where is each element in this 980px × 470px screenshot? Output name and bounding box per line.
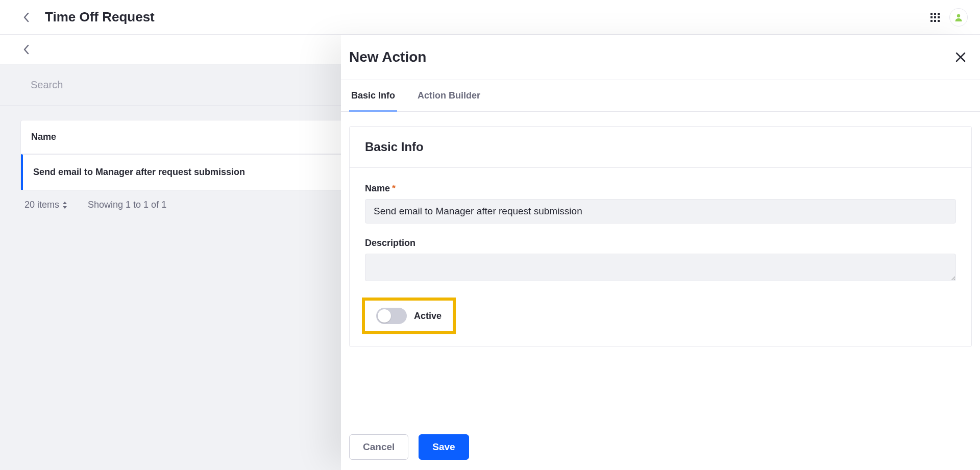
svg-rect-5 xyxy=(938,16,940,18)
active-toggle-highlight: Active xyxy=(362,298,456,334)
sort-arrows-icon xyxy=(62,202,67,209)
tab-basic-info[interactable]: Basic Info xyxy=(349,80,397,112)
user-icon xyxy=(954,13,963,22)
panel-footer: Cancel Save xyxy=(341,434,980,470)
required-indicator: * xyxy=(392,183,396,193)
top-header: Time Off Request xyxy=(0,0,980,35)
chevron-left-icon xyxy=(22,11,31,23)
save-button[interactable]: Save xyxy=(419,434,469,460)
svg-rect-6 xyxy=(930,20,933,22)
svg-rect-7 xyxy=(934,20,936,22)
panel-tabs: Basic Info Action Builder xyxy=(341,80,980,112)
page-title: Time Off Request xyxy=(45,9,155,25)
items-count-label: 20 items xyxy=(24,200,59,210)
sub-back-button[interactable] xyxy=(20,43,33,56)
apps-grid-icon xyxy=(930,12,940,22)
name-input[interactable] xyxy=(365,199,956,224)
row-name: Send email to Manager after request subm… xyxy=(33,167,245,177)
tab-action-builder[interactable]: Action Builder xyxy=(415,80,482,112)
svg-rect-4 xyxy=(934,16,936,18)
form-card-body: Name* Description Active xyxy=(350,168,971,347)
name-label: Name xyxy=(365,183,390,193)
form-card: Basic Info Name* Description xyxy=(349,126,972,347)
svg-rect-1 xyxy=(934,13,936,15)
panel-header: New Action xyxy=(341,35,980,80)
toggle-knob xyxy=(378,309,391,323)
chevron-left-icon xyxy=(22,43,31,56)
top-header-left: Time Off Request xyxy=(20,9,155,25)
field-description: Description xyxy=(365,238,956,283)
field-name: Name* xyxy=(365,183,956,224)
page-size-selector[interactable]: 20 items xyxy=(24,200,67,210)
back-button[interactable] xyxy=(20,11,33,23)
active-label: Active xyxy=(414,311,442,321)
close-button[interactable] xyxy=(953,50,968,64)
panel-body: Basic Info Name* Description xyxy=(341,112,980,434)
description-input[interactable] xyxy=(365,254,956,281)
svg-rect-2 xyxy=(938,13,940,15)
user-avatar[interactable] xyxy=(949,8,968,27)
form-section-title: Basic Info xyxy=(350,127,971,168)
active-toggle[interactable] xyxy=(376,308,407,324)
panel-title: New Action xyxy=(349,49,426,65)
close-icon xyxy=(955,52,966,63)
description-label: Description xyxy=(365,238,956,249)
svg-point-9 xyxy=(957,14,960,17)
svg-rect-0 xyxy=(930,13,933,15)
active-toggle-wrap: Active xyxy=(365,301,453,331)
side-panel: New Action Basic Info Action Builder Bas… xyxy=(341,35,980,470)
pagination-range-label: Showing 1 to 1 of 1 xyxy=(88,200,166,210)
name-label-wrap: Name* xyxy=(365,183,956,194)
cancel-button[interactable]: Cancel xyxy=(349,434,408,460)
svg-rect-3 xyxy=(930,16,933,18)
top-header-right xyxy=(929,8,968,27)
app-grid-button[interactable] xyxy=(929,11,941,23)
svg-rect-8 xyxy=(938,20,940,22)
